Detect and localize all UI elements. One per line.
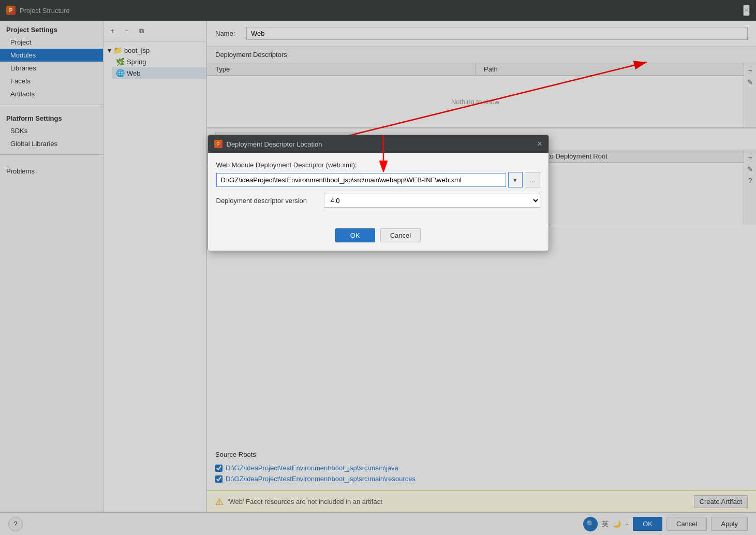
browse-button[interactable]: ... xyxy=(525,172,540,187)
modal-overlay: P Deployment Descriptor Location × Web M… xyxy=(0,0,756,535)
dialog-field-label: Web Module Deployment Descriptor (web.xm… xyxy=(216,161,540,169)
dialog-body: Web Module Deployment Descriptor (web.xm… xyxy=(208,153,549,224)
deployment-descriptor-location-dialog: P Deployment Descriptor Location × Web M… xyxy=(207,135,549,251)
version-select[interactable]: 4.0 xyxy=(324,194,540,208)
dialog-version-label: Deployment descriptor version xyxy=(216,197,320,205)
dropdown-button[interactable]: ▾ xyxy=(508,172,523,187)
dialog-icon: P xyxy=(214,140,223,148)
descriptor-path-input[interactable] xyxy=(216,173,506,187)
project-structure-window: P Project Structure × Project Settings P… xyxy=(0,0,756,535)
dialog-arrow-wrapper: ▾ ... xyxy=(216,172,540,187)
dialog-close-button[interactable]: × xyxy=(537,139,542,149)
dialog-footer: OK Cancel xyxy=(208,224,549,251)
dropdown-arrow-icon: ▾ xyxy=(513,176,517,184)
dialog-ok-button[interactable]: OK xyxy=(335,228,375,242)
ellipsis-icon: ... xyxy=(529,176,535,184)
dialog-version-row: Deployment descriptor version 4.0 xyxy=(216,194,540,208)
dialog-input-row: ▾ ... xyxy=(216,172,540,187)
dialog-title-bar: P Deployment Descriptor Location × xyxy=(208,135,549,153)
dialog-cancel-button[interactable]: Cancel xyxy=(380,228,421,242)
dialog-title: Deployment Descriptor Location xyxy=(227,140,538,148)
